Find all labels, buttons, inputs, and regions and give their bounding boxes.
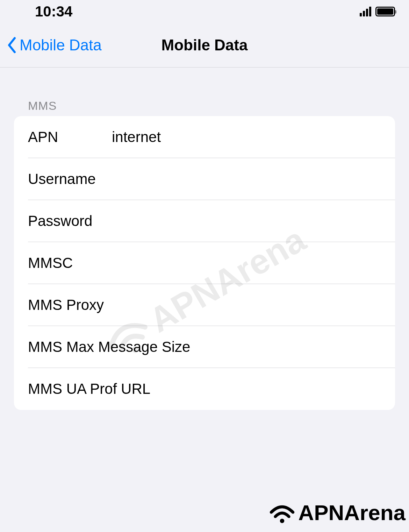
mms-settings-group: APN Username Password MMSC MMS Proxy MMS…	[14, 116, 395, 410]
mms-proxy-input[interactable]	[112, 297, 381, 313]
back-button[interactable]: Mobile Data	[0, 36, 102, 54]
navigation-bar: Mobile Data Mobile Data	[0, 23, 409, 68]
password-label: Password	[28, 213, 112, 229]
status-icons	[360, 7, 395, 16]
username-label: Username	[28, 171, 112, 187]
mmsc-input[interactable]	[112, 255, 381, 271]
password-input[interactable]	[112, 213, 381, 229]
battery-icon	[375, 7, 395, 16]
cellular-signal-icon	[360, 7, 371, 16]
status-bar: 10:34	[0, 0, 409, 23]
mms-proxy-row[interactable]: MMS Proxy	[14, 284, 395, 326]
apn-input[interactable]	[112, 129, 381, 146]
password-row[interactable]: Password	[14, 200, 395, 242]
mms-ua-prof-url-row[interactable]: MMS UA Prof URL	[14, 368, 395, 410]
mms-max-size-label: MMS Max Message Size	[28, 339, 190, 355]
username-row[interactable]: Username	[14, 158, 395, 200]
apn-row[interactable]: APN	[14, 116, 395, 158]
mmsc-row[interactable]: MMSC	[14, 242, 395, 284]
status-time: 10:34	[35, 3, 72, 20]
svg-point-1	[280, 519, 284, 523]
footer-brand: APNArena	[268, 500, 406, 525]
username-input[interactable]	[112, 171, 381, 187]
wifi-icon	[268, 502, 296, 524]
back-button-label: Mobile Data	[20, 36, 102, 54]
mms-ua-prof-url-label: MMS UA Prof URL	[28, 381, 150, 397]
mmsc-label: MMSC	[28, 255, 112, 271]
mms-max-size-row[interactable]: MMS Max Message Size	[14, 326, 395, 368]
footer-brand-text: APNArena	[298, 500, 406, 525]
chevron-left-icon	[7, 37, 17, 54]
mms-ua-prof-url-input[interactable]	[150, 381, 381, 397]
section-header-mms: MMS	[14, 68, 395, 116]
page-title: Mobile Data	[162, 36, 248, 54]
mms-max-size-input[interactable]	[190, 339, 381, 355]
apn-label: APN	[28, 129, 112, 146]
mms-proxy-label: MMS Proxy	[28, 297, 112, 313]
